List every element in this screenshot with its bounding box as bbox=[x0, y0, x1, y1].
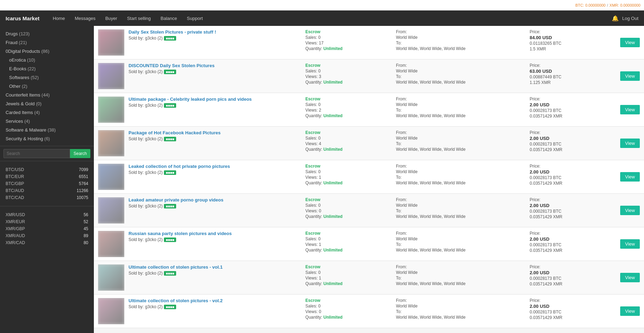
price-btc-6: 0.00028173 BTC bbox=[529, 242, 616, 247]
escrow-label-6: Escrow bbox=[305, 231, 392, 236]
btc-balance-value: 0.00000000 bbox=[585, 3, 605, 7]
price-btc-8: 0.00028173 BTC bbox=[529, 310, 616, 314]
quantity-0: Quantity: Unlimited bbox=[305, 46, 392, 51]
nav-home[interactable]: Home bbox=[48, 10, 70, 26]
product-action-7: View bbox=[620, 264, 640, 291]
btc-val-4: 10075 bbox=[77, 195, 88, 200]
view-button-6[interactable]: View bbox=[620, 239, 640, 249]
product-seller-0: Sold by: g3cko (2) ■■■■ bbox=[129, 36, 301, 41]
sidebar-cat-9[interactable]: Carded Items (4) bbox=[0, 108, 94, 117]
sidebar-cat-6[interactable]: Other (2) bbox=[0, 82, 94, 91]
product-title-0[interactable]: Daily Sex Stolen Pictures - private stuf… bbox=[129, 29, 301, 35]
sidebar-cat-4[interactable]: E-Books (22) bbox=[0, 64, 94, 73]
product-shipping-4: From: World Wide To: World Wide, World W… bbox=[396, 164, 526, 190]
product-row-6: Russian sauna party stolen pictures and … bbox=[94, 227, 644, 261]
xmr-val-1: 52 bbox=[84, 219, 88, 224]
from-val-6: World Wide bbox=[396, 236, 526, 241]
view-button-3[interactable]: View bbox=[620, 139, 640, 148]
price-xmr-0: 1.5 XMR bbox=[529, 47, 616, 51]
view-button-7[interactable]: View bbox=[620, 273, 640, 282]
product-price-5: Price: 2.00 USD 0.00028173 BTC 0.0357142… bbox=[529, 197, 616, 224]
to-label-4: To: bbox=[396, 175, 526, 180]
sidebar-cat-0[interactable]: Drugs (123) bbox=[0, 29, 94, 38]
nav-balance[interactable]: Balance bbox=[156, 10, 182, 26]
seller-badge-7: ■■■■ bbox=[164, 271, 176, 276]
to-label-0: To: bbox=[396, 41, 526, 45]
product-row-0: Daily Sex Stolen Pictures - private stuf… bbox=[94, 26, 644, 59]
quantity-4: Quantity: Unlimited bbox=[305, 180, 392, 185]
product-title-8[interactable]: Ultimate collection of stolen pictures -… bbox=[129, 298, 301, 303]
sidebar-search-container: Search bbox=[4, 149, 90, 158]
view-button-4[interactable]: View bbox=[620, 172, 640, 182]
product-seller-7: Sold by: g3cko (2) ■■■■ bbox=[129, 271, 301, 276]
sidebar-cat-12[interactable]: Security & Hosting (6) bbox=[0, 134, 94, 143]
product-thumb-0 bbox=[98, 29, 124, 56]
xmr-pair-1: XMR/EUR bbox=[6, 219, 25, 224]
product-title-3[interactable]: Package of Hot Facebook Hacked Pictures bbox=[129, 130, 301, 135]
sales-2: Sales: 0 bbox=[305, 102, 392, 107]
notifications-icon[interactable]: 🔔 bbox=[612, 15, 619, 22]
from-label-3: From: bbox=[396, 130, 526, 135]
product-title-6[interactable]: Russian sauna party stolen pictures and … bbox=[129, 231, 301, 236]
nav-links: Home Messages Buyer Start selling Balanc… bbox=[48, 10, 612, 26]
product-title-4[interactable]: Leaked collection of hot private porno p… bbox=[129, 164, 301, 169]
to-label-6: To: bbox=[396, 242, 526, 247]
product-shipping-7: From: World Wide To: World Wide, World W… bbox=[396, 264, 526, 291]
nav-messages[interactable]: Messages bbox=[70, 10, 100, 26]
to-val-5: World Wide, World Wide, World Wide bbox=[396, 214, 526, 219]
price-usd-1: 63.00 USD bbox=[529, 69, 616, 74]
sidebar-cat-7[interactable]: Counterfeit Items (44) bbox=[0, 91, 94, 99]
product-price-1: Price: 63.00 USD 0.00887449 BTC 1.125 XM… bbox=[529, 63, 616, 89]
price-usd-8: 2.00 USD bbox=[529, 304, 616, 309]
sidebar-cat-11[interactable]: Software & Malware (38) bbox=[0, 126, 94, 134]
logout-button[interactable]: Log Out bbox=[622, 16, 638, 21]
xmr-val-2: 45 bbox=[84, 226, 88, 231]
sidebar-cat-10[interactable]: Services (4) bbox=[0, 117, 94, 126]
sales-6: Sales: 0 bbox=[305, 236, 392, 241]
product-action-6: View bbox=[620, 231, 640, 257]
search-button[interactable]: Search bbox=[70, 149, 90, 158]
product-row-3: Package of Hot Facebook Hacked Pictures … bbox=[94, 127, 644, 160]
product-title-2[interactable]: Ultimate package - Celebrity leaked porn… bbox=[129, 97, 301, 102]
product-title-5[interactable]: Leaked amateur private porno group video… bbox=[129, 197, 301, 203]
from-val-2: World Wide bbox=[396, 102, 526, 107]
seller-name-2: g3cko (2) bbox=[145, 103, 162, 108]
sidebar-cat-1[interactable]: Fraud (21) bbox=[0, 38, 94, 47]
from-val-7: World Wide bbox=[396, 270, 526, 275]
product-action-5: View bbox=[620, 197, 640, 224]
view-button-2[interactable]: View bbox=[620, 105, 640, 114]
to-label-7: To: bbox=[396, 276, 526, 281]
price-label-1: Price: bbox=[529, 63, 616, 68]
to-label-3: To: bbox=[396, 141, 526, 146]
sales-3: Sales: 0 bbox=[305, 136, 392, 141]
xmr-val-4: 80 bbox=[84, 240, 88, 245]
view-button-0[interactable]: View bbox=[620, 38, 640, 47]
sidebar-divider-2 bbox=[0, 161, 94, 161]
view-button-1[interactable]: View bbox=[620, 71, 640, 81]
product-title-7[interactable]: Ultimate collection of stolen pictures -… bbox=[129, 264, 301, 270]
nav-buyer[interactable]: Buyer bbox=[101, 10, 122, 26]
sidebar-cat-2[interactable]: 0Digital Products (86) bbox=[0, 47, 94, 56]
escrow-label-2: Escrow bbox=[305, 97, 392, 101]
search-input[interactable] bbox=[4, 149, 70, 158]
seller-badge-3: ■■■■ bbox=[164, 137, 176, 141]
product-title-1[interactable]: DISCOUNTED Daily Sex Stolen Pictures bbox=[129, 63, 301, 68]
seller-name-4: g3cko (2) bbox=[145, 170, 162, 175]
price-btc-3: 0.00028173 BTC bbox=[529, 142, 616, 147]
sidebar: Drugs (123)Fraud (21)0Digital Products (… bbox=[0, 26, 94, 333]
balance-separator: / bbox=[607, 3, 608, 7]
sidebar-cat-5[interactable]: Softwares (52) bbox=[0, 73, 94, 82]
sidebar-cat-8[interactable]: Jewels & Gold (0) bbox=[0, 99, 94, 108]
btc-rates: BTC/USD7099BTC/EUR6551BTC/GBP5764BTC/AUD… bbox=[0, 164, 94, 203]
view-button-8[interactable]: View bbox=[620, 306, 640, 316]
nav-support[interactable]: Support bbox=[182, 10, 208, 26]
sidebar-cat-3[interactable]: oErotica (10) bbox=[0, 56, 94, 64]
xmr-rate-row-3: XMR/AUD89 bbox=[0, 232, 94, 239]
sold-by-label-3: Sold by: bbox=[129, 136, 144, 141]
nav-start-selling[interactable]: Start selling bbox=[122, 10, 156, 26]
price-label-5: Price: bbox=[529, 197, 616, 202]
quantity-2: Quantity: Unlimited bbox=[305, 113, 392, 118]
main-layout: Drugs (123)Fraud (21)0Digital Products (… bbox=[0, 26, 644, 333]
product-thumb-6 bbox=[98, 231, 124, 257]
view-button-5[interactable]: View bbox=[620, 206, 640, 215]
